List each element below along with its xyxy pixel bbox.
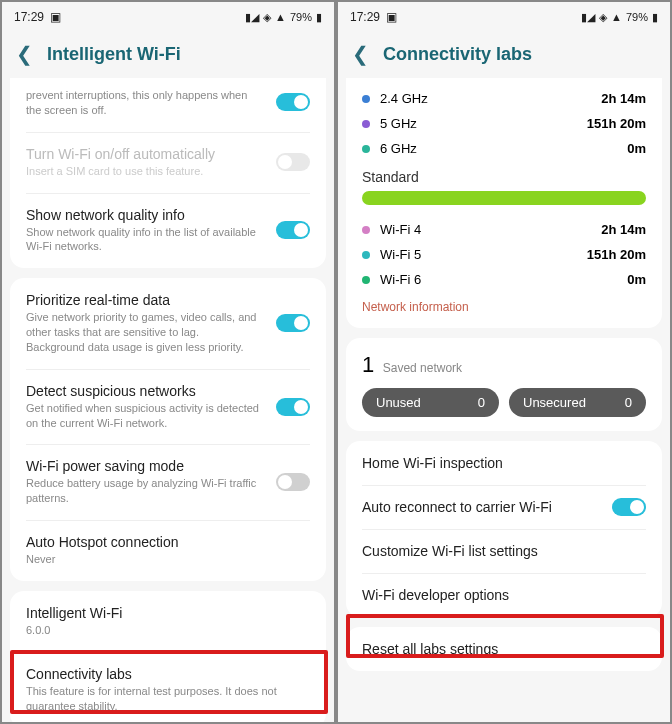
pill-unused[interactable]: Unused0 xyxy=(362,388,499,417)
row-title: Wi-Fi power saving mode xyxy=(26,458,310,474)
toggle-quality[interactable] xyxy=(276,221,310,239)
vibrate-icon: ▮◢ xyxy=(581,11,595,24)
row-sub: Reduce battery usage by analyzing Wi-Fi … xyxy=(26,476,310,506)
saved-network[interactable]: 1 Saved network xyxy=(362,352,646,378)
phone-left: 17:29▣ ▮◢◈▲79%▮ ❮ Intelligent Wi-Fi prev… xyxy=(0,0,336,724)
freq-label: 6 GHz xyxy=(380,141,417,156)
freq-time: 151h 20m xyxy=(587,116,646,131)
toggle-suspicious[interactable] xyxy=(276,398,310,416)
freq-label: 2.4 GHz xyxy=(380,91,428,106)
freq-label: 5 GHz xyxy=(380,116,417,131)
freq-row: Wi-Fi 5151h 20m xyxy=(362,242,646,267)
page-title: Intelligent Wi-Fi xyxy=(47,44,181,65)
page-title: Connectivity labs xyxy=(383,44,532,65)
freq-time: 2h 14m xyxy=(601,91,646,106)
wifi-developer-options-row[interactable]: Wi-Fi developer options xyxy=(346,573,662,617)
row-title: Turn Wi-Fi on/off automatically xyxy=(26,146,310,162)
suspicious-row[interactable]: Detect suspicious networks Get notified … xyxy=(10,369,326,445)
toggle-switch-on-network[interactable] xyxy=(276,93,310,111)
phone-right: 17:29▣ ▮◢◈▲79%▮ ❮ Connectivity labs 2.4 … xyxy=(336,0,672,724)
toggle-auto-wifi xyxy=(276,153,310,171)
frequency-list: 2.4 GHz2h 14m5 GHz151h 20m6 GHz0m xyxy=(362,86,646,161)
standard-label: Standard xyxy=(362,169,646,185)
back-icon[interactable]: ❮ xyxy=(16,42,33,66)
row-sub: 6.0.0 xyxy=(26,623,310,638)
freq-label: Wi-Fi 4 xyxy=(380,222,421,237)
header: ❮ Connectivity labs xyxy=(338,32,670,78)
auto-reconnect-row[interactable]: Auto reconnect to carrier Wi-Fi xyxy=(346,485,662,529)
freq-row: 2.4 GHz2h 14m xyxy=(362,86,646,111)
home-wifi-inspection-row[interactable]: Home Wi-Fi inspection xyxy=(346,441,662,485)
hotspot-row[interactable]: Auto Hotspot connection Never xyxy=(10,520,326,581)
wifi-icon: ◈ xyxy=(263,11,271,24)
freq-time: 2h 14m xyxy=(601,222,646,237)
row-title: Show network quality info xyxy=(26,207,310,223)
freq-time: 0m xyxy=(627,141,646,156)
signal-icon: ▲ xyxy=(275,11,286,23)
auto-wifi-row: Turn Wi-Fi on/off automatically Insert a… xyxy=(10,132,326,193)
toggle-powersave[interactable] xyxy=(276,473,310,491)
status-time: 17:29 xyxy=(14,10,44,24)
color-dot xyxy=(362,276,370,284)
pill-unsecured[interactable]: Unsecured0 xyxy=(509,388,646,417)
row-sub: This feature is for internal test purpos… xyxy=(26,684,310,714)
prioritize-row[interactable]: Prioritize real-time data Give network p… xyxy=(10,278,326,369)
freq-row: 5 GHz151h 20m xyxy=(362,111,646,136)
color-dot xyxy=(362,120,370,128)
saved-label: Saved network xyxy=(383,361,462,375)
header: ❮ Intelligent Wi-Fi xyxy=(2,32,334,78)
battery-pct: 79% xyxy=(626,11,648,23)
row-title: Prioritize real-time data xyxy=(26,292,310,308)
screenshot-icon: ▣ xyxy=(50,10,61,24)
row-sub: Get notified when suspicious activity is… xyxy=(26,401,310,431)
screenshot-icon: ▣ xyxy=(386,10,397,24)
row-title: Auto Hotspot connection xyxy=(26,534,310,550)
row-sub: Insert a SIM card to use this feature. xyxy=(26,164,310,179)
color-dot xyxy=(362,145,370,153)
toggle-prioritize[interactable] xyxy=(276,314,310,332)
freq-row: Wi-Fi 42h 14m xyxy=(362,217,646,242)
row-sub: Show network quality info in the list of… xyxy=(26,225,310,255)
status-time: 17:29 xyxy=(350,10,380,24)
signal-icon: ▲ xyxy=(611,11,622,23)
wifi-standard-list: Wi-Fi 42h 14mWi-Fi 5151h 20mWi-Fi 60m xyxy=(362,217,646,292)
network-info-label: Network information xyxy=(362,300,646,314)
freq-time: 151h 20m xyxy=(587,247,646,262)
freq-row: 6 GHz0m xyxy=(362,136,646,161)
freq-label: Wi-Fi 5 xyxy=(380,247,421,262)
statusbar: 17:29▣ ▮◢◈▲79%▮ xyxy=(338,2,670,32)
color-dot xyxy=(362,226,370,234)
back-icon[interactable]: ❮ xyxy=(352,42,369,66)
freq-row: Wi-Fi 60m xyxy=(362,267,646,292)
row-sub: Give network priority to games, video ca… xyxy=(26,310,310,355)
battery-pct: 79% xyxy=(290,11,312,23)
reset-labs-row[interactable]: Reset all labs settings xyxy=(346,627,662,671)
color-dot xyxy=(362,251,370,259)
freq-label: Wi-Fi 6 xyxy=(380,272,421,287)
color-dot xyxy=(362,95,370,103)
vibrate-icon: ▮◢ xyxy=(245,11,259,24)
connectivity-labs-row[interactable]: Connectivity labs This feature is for in… xyxy=(10,652,326,724)
toggle-auto-reconnect[interactable] xyxy=(612,498,646,516)
freq-time: 0m xyxy=(627,272,646,287)
partial-row: prevent interruptions, this only happens… xyxy=(10,78,326,132)
partial-text: prevent interruptions, this only happens… xyxy=(26,88,310,118)
wifi-icon: ◈ xyxy=(599,11,607,24)
powersave-row[interactable]: Wi-Fi power saving mode Reduce battery u… xyxy=(10,444,326,520)
quality-row[interactable]: Show network quality info Show network q… xyxy=(10,193,326,269)
row-title: Detect suspicious networks xyxy=(26,383,310,399)
row-title: Intelligent Wi-Fi xyxy=(26,605,310,621)
row-title: Connectivity labs xyxy=(26,666,310,682)
row-sub: Never xyxy=(26,552,310,567)
standard-progress-bar xyxy=(362,191,646,205)
saved-count: 1 xyxy=(362,352,374,378)
customize-wifi-list-row[interactable]: Customize Wi-Fi list settings xyxy=(346,529,662,573)
intelligent-wifi-row[interactable]: Intelligent Wi-Fi 6.0.0 xyxy=(10,591,326,652)
battery-icon: ▮ xyxy=(316,11,322,24)
battery-icon: ▮ xyxy=(652,11,658,24)
statusbar: 17:29▣ ▮◢◈▲79%▮ xyxy=(2,2,334,32)
